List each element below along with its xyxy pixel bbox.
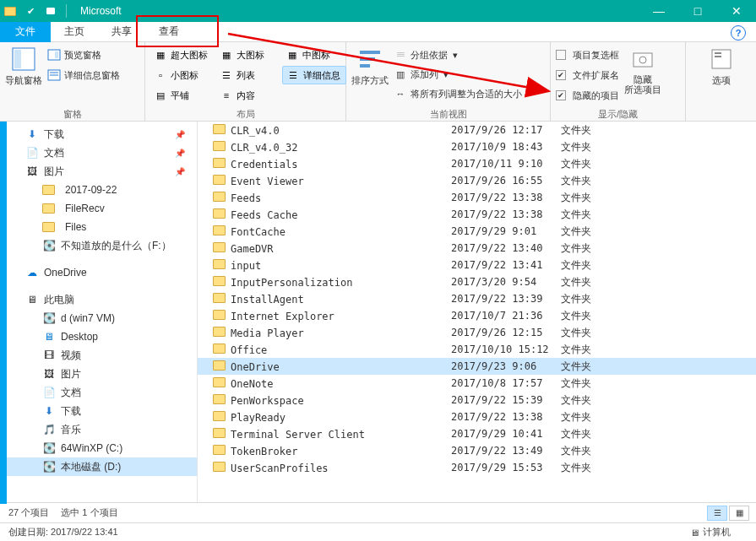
file-row[interactable]: UserScanProfiles2017/9/29 15:53文件夹	[198, 459, 756, 476]
group-currentview-label: 当前视图	[346, 107, 550, 121]
layout-list[interactable]: ☰列表	[216, 66, 280, 84]
file-row[interactable]: InputPersonalization2017/3/20 9:54文件夹	[198, 273, 756, 290]
checkbox-file-extensions[interactable]: 文件扩展名	[556, 66, 619, 84]
file-row[interactable]: Office2017/10/10 15:12文件夹	[198, 341, 756, 358]
details-pane-button[interactable]: 详细信息窗格	[47, 66, 120, 84]
layout-medium[interactable]: ▦中图标	[282, 46, 346, 64]
sidebar-documents[interactable]: 📄文档📌	[0, 143, 197, 162]
file-row[interactable]: InstallAgent2017/9/22 13:39文件夹	[198, 290, 756, 307]
file-row[interactable]: Event Viewer2017/9/26 16:55文件夹	[198, 172, 756, 189]
fit-columns-button[interactable]: ↔将所有列调整为合适的大小	[394, 84, 522, 103]
add-columns-button[interactable]: ▥添加列▾	[394, 65, 522, 84]
picture-icon: 🖼	[25, 165, 39, 178]
sidebar-music[interactable]: 🎵音乐	[0, 420, 197, 439]
hide-selected-button[interactable]: 隐藏 所选项目	[624, 46, 661, 95]
file-row[interactable]: Media Player2017/9/26 12:15文件夹	[198, 324, 756, 341]
navigation-pane-button[interactable]: 导航窗格	[5, 46, 42, 87]
sidebar-documents2[interactable]: 📄文档	[0, 383, 197, 402]
file-date: 2017/10/10 15:12	[451, 344, 561, 355]
file-row[interactable]: Credentials2017/10/11 9:10文件夹	[198, 155, 756, 172]
file-row[interactable]: Internet Explorer2017/10/7 21:36文件夹	[198, 307, 756, 324]
file-date: 2017/9/22 13:49	[451, 445, 561, 457]
sidebar-files[interactable]: Files	[0, 218, 197, 236]
sidebar-video[interactable]: 🎞视频	[0, 346, 197, 365]
file-date: 2017/10/7 21:36	[451, 310, 561, 322]
computer-label: 计算机	[703, 526, 731, 538]
file-date: 2017/9/22 13:38	[451, 411, 561, 423]
svg-rect-3	[55, 51, 58, 58]
file-list[interactable]: CLR_v4.02017/9/26 12:17文件夹CLR_v4.0_32201…	[198, 122, 756, 502]
file-date: 2017/10/11 9:10	[451, 158, 561, 170]
sidebar-filerecv[interactable]: FileRecv	[0, 199, 197, 218]
file-row[interactable]: OneNote2017/10/8 17:57文件夹	[198, 375, 756, 392]
file-date: 2017/9/23 9:06	[451, 360, 561, 372]
folder-icon	[213, 445, 226, 455]
file-row[interactable]: PenWorkspace2017/9/22 15:39文件夹	[198, 392, 756, 408]
sidebar-pictures[interactable]: 🖼图片📌	[0, 162, 197, 181]
layout-content[interactable]: ≡内容	[216, 86, 280, 105]
file-row[interactable]: TokenBroker2017/9/22 13:49文件夹	[198, 442, 756, 459]
picture-icon: 🖼	[42, 367, 56, 381]
computer-icon: 🖥	[690, 527, 699, 538]
file-date: 2017/9/26 16:55	[451, 175, 561, 187]
file-row[interactable]: PlayReady2017/9/22 13:38文件夹	[198, 408, 756, 425]
sidebar-downloads[interactable]: ⬇下载📌	[0, 125, 197, 143]
sidebar-win7vm[interactable]: 💽d (win7 VM)	[0, 309, 197, 327]
nav-sidebar[interactable]: ⬇下载📌 📄文档📌 🖼图片📌 2017-09-22 FileRecv Files…	[0, 122, 198, 502]
sidebar-c-drive[interactable]: 💽64WinXP (C:)	[0, 439, 197, 457]
maximize-button[interactable]: □	[678, 0, 717, 22]
view-icons-toggle[interactable]: ▦	[729, 506, 749, 521]
sidebar-onedrive[interactable]: ☁OneDrive	[0, 263, 197, 282]
tab-view[interactable]: 查看	[145, 22, 193, 42]
file-type: 文件夹	[561, 157, 628, 171]
sidebar-this-pc[interactable]: 🖥此电脑	[0, 290, 197, 309]
group-by-button[interactable]: 𝄘分组依据▾	[394, 46, 522, 64]
options-button[interactable]: 选项	[708, 46, 735, 87]
file-row[interactable]: GameDVR2017/9/22 13:40文件夹	[198, 240, 756, 257]
file-type: 文件夹	[561, 427, 628, 441]
sidebar-date-folder[interactable]: 2017-09-22	[0, 181, 197, 199]
document-icon: 📄	[25, 146, 39, 160]
sidebar-desktop[interactable]: 🖥Desktop	[0, 327, 197, 346]
help-button[interactable]: ?	[731, 25, 746, 41]
layout-details[interactable]: ☰详细信息	[282, 66, 346, 84]
checkbox-hidden-items[interactable]: 隐藏的项目	[556, 86, 619, 105]
sort-by-button[interactable]: 排序方式	[351, 46, 389, 87]
sidebar-unknown-drive[interactable]: 💽不知道放的是什么（F:）	[0, 236, 197, 255]
file-type: 文件夹	[561, 444, 628, 458]
file-row[interactable]: CLR_v4.02017/9/26 12:17文件夹	[198, 122, 756, 138]
layout-small[interactable]: ▫小图标	[150, 66, 215, 84]
minimize-button[interactable]: —	[639, 0, 678, 22]
file-date: 2017/9/29 9:01	[451, 225, 561, 237]
hide-selected-icon	[629, 46, 656, 73]
file-row[interactable]: Feeds Cache2017/9/22 13:38文件夹	[198, 206, 756, 223]
folder-icon	[213, 192, 226, 202]
fit-columns-icon: ↔	[394, 87, 407, 100]
file-type: 文件夹	[561, 410, 628, 425]
sidebar-pictures2[interactable]: 🖼图片	[0, 365, 197, 383]
view-details-toggle[interactable]: ☰	[707, 506, 727, 521]
download-icon: ⬇	[25, 127, 39, 141]
file-row[interactable]: CLR_v4.0_322017/10/9 18:43文件夹	[198, 138, 756, 155]
tab-share[interactable]: 共享	[98, 22, 145, 42]
sidebar-downloads2[interactable]: ⬇下载	[0, 402, 197, 420]
layout-tiles[interactable]: ▤平铺	[150, 86, 215, 105]
layout-large[interactable]: ▦大图标	[216, 46, 280, 64]
file-row[interactable]: input2017/9/22 13:41文件夹	[198, 257, 756, 273]
file-row[interactable]: Feeds2017/9/22 13:38文件夹	[198, 189, 756, 206]
file-type: 文件夹	[561, 326, 628, 340]
file-type: 文件夹	[561, 309, 628, 323]
file-row[interactable]: Terminal Server Client2017/9/29 10:41文件夹	[198, 425, 756, 442]
file-row[interactable]: OneDrive2017/9/23 9:06文件夹	[198, 358, 756, 375]
layout-xlarge[interactable]: ▦超大图标	[150, 46, 215, 64]
file-row[interactable]: FontCache2017/9/29 9:01文件夹	[198, 223, 756, 240]
tab-home[interactable]: 主页	[51, 22, 98, 42]
close-button[interactable]: ✕	[717, 0, 756, 22]
folder-icon	[3, 4, 17, 18]
qat-overflow-icon[interactable]	[44, 4, 57, 18]
pin-icon: 📌	[175, 130, 185, 139]
sidebar-d-drive[interactable]: 💽本地磁盘 (D:)	[0, 457, 197, 476]
checkbox-item-checkboxes[interactable]: 项目复选框	[556, 46, 619, 64]
preview-pane-button[interactable]: 预览窗格	[47, 46, 120, 64]
tab-file[interactable]: 文件	[0, 22, 51, 42]
